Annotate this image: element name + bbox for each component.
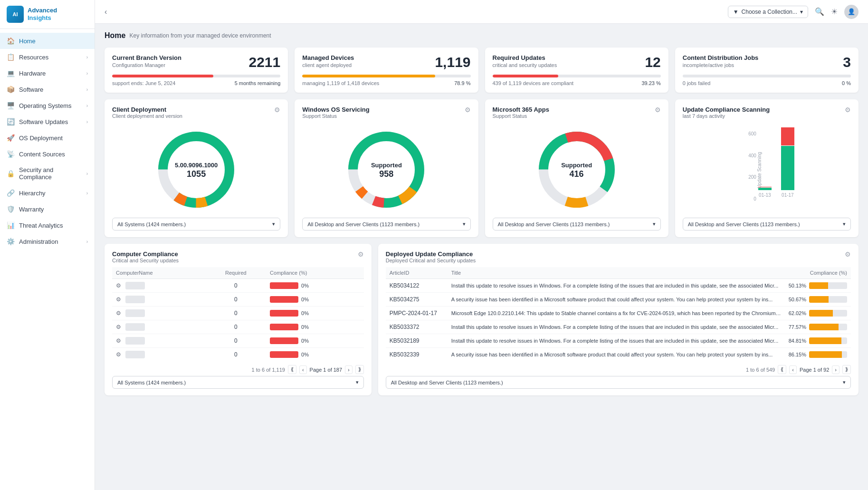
donut-dropdown-microsoft-365[interactable]: All Desktop and Server Clients (1123 mem…: [493, 218, 661, 231]
nav-icon-hardware: 💻: [7, 69, 14, 77]
sidebar-item-security-compliance[interactable]: 🔒 Security and Compliance ›: [0, 162, 95, 185]
donut-subtitle-microsoft-365: Support Status: [493, 113, 549, 119]
compliance-bar-fill-0: [270, 282, 298, 289]
dropdown-chevron-2: ▾: [843, 379, 846, 385]
upd-pct-cell-4: 84.81%: [785, 334, 851, 348]
upd-bar-wrap-1: [809, 296, 847, 303]
compliance-bar-wrap-5: [270, 351, 298, 358]
sidebar-item-home[interactable]: 🏠 Home: [0, 33, 95, 49]
sidebar-item-warranty[interactable]: 🛡️ Warranty: [0, 201, 95, 217]
settings-icon[interactable]: ☀: [831, 7, 838, 16]
donut-settings-update-compliance-scanning[interactable]: ⚙: [845, 106, 851, 114]
upd-pag-last[interactable]: ⟫: [842, 365, 851, 374]
donut-dropdown-client-deployment[interactable]: All Systems (1424 members.) ▾: [112, 218, 280, 231]
sidebar-item-content-sources[interactable]: 📡 Content Sources: [0, 146, 95, 162]
upd-pct-val-3: 77.57%: [789, 324, 806, 330]
nav-item-left-software-updates: 🔄 Software Updates: [7, 118, 68, 125]
sidebar-item-resources[interactable]: 📋 Resources ›: [0, 49, 95, 65]
topbar: ‹ ▼ Choose a Collection... ▾ 🔍 ☀ 👤: [95, 0, 868, 24]
stat-label-content-jobs: 0 jobs failed: [683, 80, 711, 86]
upd-title-1: A security issue has been identified in …: [448, 293, 785, 307]
sidebar-item-hardware[interactable]: 💻 Hardware ›: [0, 65, 95, 81]
sidebar-item-administration[interactable]: ⚙️ Administration ›: [0, 233, 95, 250]
compliance-bar-fill-5: [270, 351, 298, 358]
sidebar-item-os-deployment[interactable]: 🚀 OS Deployment: [0, 130, 95, 146]
computer-compliance-settings[interactable]: ⚙: [358, 250, 364, 258]
stat-card-title-managed-devices: Managed Devices: [302, 54, 354, 61]
nav-chevron-security-compliance: ›: [86, 171, 88, 176]
upd-pct-val-2: 62.02%: [789, 310, 806, 316]
donut-titles-windows-os-servicing: Windows OS Servicing Support Status: [302, 106, 369, 119]
donut-settings-windows-os-servicing[interactable]: ⚙: [465, 106, 471, 114]
donut-dropdown-update-compliance-scanning[interactable]: All Desktop and Server Clients (1123 mem…: [683, 218, 851, 231]
deployed-updates-dropdown[interactable]: All Desktop and Server Clients (1123 mem…: [386, 376, 851, 389]
pag-last[interactable]: ⟫: [355, 365, 364, 374]
deployed-updates-settings[interactable]: ⚙: [845, 250, 851, 258]
donut-svg-wrap-client-deployment: 5.00.9096.1000 1055: [153, 127, 239, 214]
nav-icon-software: 📦: [7, 86, 14, 93]
bottom-row: Computer Compliance Critical and Securit…: [105, 244, 858, 395]
upd-page: Page 1 of 92: [800, 367, 829, 373]
compliance-bar-2: 0%: [270, 310, 360, 317]
nav-icon-warranty: 🛡️: [7, 205, 14, 213]
pag-prev[interactable]: ‹: [299, 365, 307, 374]
stat-progress-wrap-managed-devices: [302, 75, 470, 77]
nav-icon-operating-systems: 🖥️: [7, 102, 14, 109]
back-button[interactable]: ‹: [105, 8, 107, 16]
bar-group-1: 01-17: [781, 124, 794, 198]
user-avatar[interactable]: 👤: [844, 5, 858, 19]
comp-compliance-row: ⚙ 0 0%: [112, 334, 364, 348]
upd-bar-fill-2: [809, 310, 833, 317]
comp-compliance-dropdown[interactable]: All Systems (1424 members.) ▾: [112, 376, 364, 389]
upd-title-5: A security issue has been identified in …: [448, 348, 785, 362]
nav-chevron-administration: ›: [86, 239, 88, 244]
nav-icon-resources: 📋: [7, 53, 14, 61]
donut-titles-microsoft-365: Microsoft 365 Apps Support Status: [493, 106, 549, 119]
donut-settings-microsoft-365[interactable]: ⚙: [655, 106, 661, 114]
sidebar-item-software-updates[interactable]: 🔄 Software Updates ›: [0, 114, 95, 130]
sidebar-item-threat-analytics[interactable]: 📊 Threat Analytics: [0, 217, 95, 233]
upd-pag-next[interactable]: ›: [832, 365, 839, 374]
cc-name-5: ⚙: [112, 348, 206, 362]
stat-card-sub-row-content-jobs: 0 jobs failed 0 %: [683, 80, 851, 86]
comp-compliance-pagination: 1 to 6 of 1,119 ⟪ ‹ Page 1 of 187 › ⟫: [112, 361, 364, 376]
collection-dropdown[interactable]: ▼ Choose a Collection... ▾: [728, 6, 808, 18]
nav-item-left-hierarchy: 🔗 Hierarchy: [7, 189, 46, 197]
page-header: Home Key information from your managed d…: [105, 31, 858, 40]
sidebar-item-hierarchy[interactable]: 🔗 Hierarchy ›: [0, 185, 95, 201]
donut-svg-wrap-microsoft-365: Supported 416: [534, 127, 620, 214]
donut-dropdown-windows-os-servicing[interactable]: All Desktop and Server Clients (1123 mem…: [302, 218, 470, 231]
nav-chevron-software: ›: [86, 87, 88, 92]
stat-progress-fill-managed-devices: [302, 75, 435, 77]
cc-required-0: 0: [206, 279, 266, 293]
col-compliance: Compliance (%): [266, 267, 364, 279]
pag-first[interactable]: ⟪: [288, 365, 296, 374]
donut-svg-windows-os-servicing: [343, 127, 429, 212]
upd-pag-first[interactable]: ⟪: [778, 365, 786, 374]
compliance-bar-fill-4: [270, 337, 298, 344]
nav-item-left-threat-analytics: 📊 Threat Analytics: [7, 221, 63, 229]
computer-compliance-header: Computer Compliance Critical and Securit…: [112, 250, 364, 263]
upd-pct-val-0: 50.13%: [789, 283, 806, 288]
search-icon[interactable]: 🔍: [815, 7, 824, 16]
computer-compliance-title: Computer Compliance: [112, 250, 179, 258]
upd-pag-prev[interactable]: ‹: [789, 365, 797, 374]
compliance-bar-0: 0%: [270, 282, 360, 289]
sidebar-item-software[interactable]: 📦 Software ›: [0, 81, 95, 97]
upd-bar-wrap-2: [809, 310, 847, 317]
pag-next[interactable]: ›: [345, 365, 353, 374]
donut-settings-client-deployment[interactable]: ⚙: [274, 106, 280, 114]
nav-icon-content-sources: 📡: [7, 150, 14, 158]
nav-item-left-os-deployment: 🚀 OS Deployment: [7, 134, 63, 142]
stat-card-top-required-updates: Required Updates critical and security u…: [493, 54, 661, 72]
sidebar-item-operating-systems[interactable]: 🖥️ Operating Systems ›: [0, 97, 95, 114]
stat-pct-content-jobs: 0 %: [842, 80, 851, 86]
upd-title-4: Install this update to resolve issues in…: [448, 334, 785, 348]
topbar-left: ‹: [105, 8, 107, 16]
compliance-bar-fill-3: [270, 324, 298, 330]
nav-icon-os-deployment: 🚀: [7, 134, 14, 142]
nav-label-hierarchy: Hierarchy: [19, 190, 46, 197]
upd-pct-cell-0: 50.13%: [785, 279, 851, 293]
donut-header-windows-os-servicing: Windows OS Servicing Support Status ⚙: [302, 106, 470, 119]
nav-label-resources: Resources: [19, 54, 48, 61]
